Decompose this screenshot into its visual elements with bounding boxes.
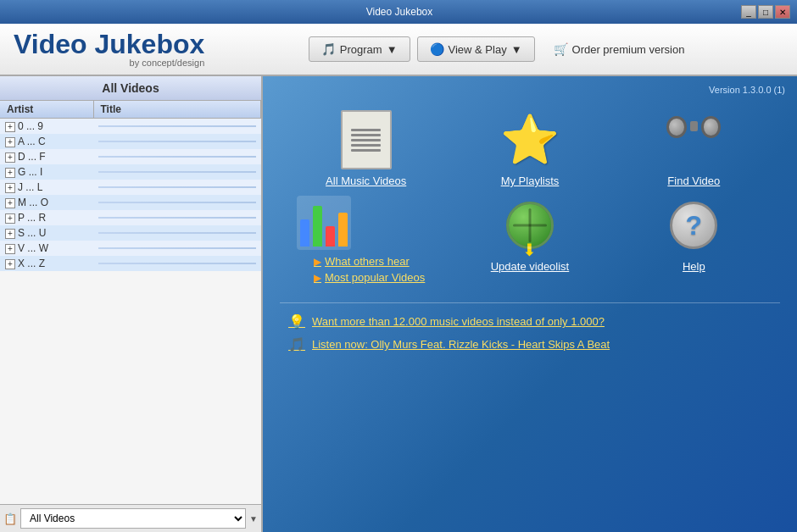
help-icon: ? bbox=[664, 196, 723, 255]
music-icon: 🎵 bbox=[288, 336, 305, 352]
arrow-right-icon-2: ▶ bbox=[314, 272, 321, 284]
chart-bar-4 bbox=[338, 213, 348, 247]
app-title-area: Video Jukebox by concept/design bbox=[14, 30, 204, 68]
listen-link-text: Listen now: Olly Murs Feat. Rizzle Kicks… bbox=[312, 338, 610, 351]
right-panel: Version 1.3.0.0 (1) All Music Vid bbox=[263, 76, 797, 532]
table-row[interactable]: +A ... C bbox=[0, 134, 261, 149]
table-row[interactable]: +X ... Z bbox=[0, 256, 261, 271]
title-cell bbox=[93, 180, 261, 195]
header: Video Jukebox by concept/design 🎵 Progra… bbox=[0, 24, 797, 76]
view-play-dropdown-arrow: ▼ bbox=[511, 43, 522, 56]
title-cell bbox=[93, 241, 261, 256]
version-text: Version 1.3.0.0 (1) bbox=[709, 85, 785, 95]
what-others-hear-link[interactable]: ▶ What others hear bbox=[314, 255, 425, 268]
order-premium-button[interactable]: 🛒 Order premium version bbox=[542, 37, 697, 61]
divider bbox=[280, 302, 780, 303]
expand-icon[interactable]: + bbox=[5, 122, 15, 132]
artist-cell: +X ... Z bbox=[0, 256, 93, 271]
close-button[interactable]: ✕ bbox=[775, 5, 790, 19]
program-button[interactable]: 🎵 Program ▼ bbox=[309, 36, 410, 62]
table-row[interactable]: +G ... I bbox=[0, 164, 261, 180]
what-others-links: ▶ What others hear ▶ Most popular Videos bbox=[297, 255, 442, 284]
artist-cell: +S ... U bbox=[0, 225, 93, 241]
view-play-label: View & Play bbox=[449, 43, 507, 56]
globe-line-v bbox=[528, 208, 531, 242]
artist-cell: +P ... R bbox=[0, 210, 93, 225]
update-videolist-item[interactable]: ⬇ Update videolist bbox=[452, 196, 607, 284]
help-item[interactable]: ? Help bbox=[616, 196, 772, 284]
premium-link[interactable]: 💡 Want more than 12.000 music videos ins… bbox=[288, 313, 772, 330]
what-others-hear-text: What others hear bbox=[325, 255, 410, 268]
artist-cell: +M ... O bbox=[0, 195, 93, 210]
all-music-videos-item[interactable]: All Music Videos bbox=[288, 110, 443, 187]
music-note-icon: 🎵 bbox=[321, 42, 336, 56]
expand-icon[interactable]: + bbox=[5, 152, 15, 163]
doc-line-3 bbox=[351, 139, 381, 141]
bulb-icon: 💡 bbox=[288, 313, 305, 330]
find-video-item[interactable]: Find Video bbox=[616, 110, 772, 187]
title-cell bbox=[93, 225, 261, 241]
expand-icon[interactable]: + bbox=[5, 244, 15, 254]
chart-bar-3 bbox=[326, 226, 335, 247]
my-playlists-label: My Playlists bbox=[501, 175, 560, 187]
update-videolist-label: Update videolist bbox=[491, 260, 570, 273]
left-panel-header: All Videos bbox=[0, 76, 261, 101]
main-window: Video Jukebox by concept/design 🎵 Progra… bbox=[0, 24, 797, 532]
chart-bar-1 bbox=[300, 219, 309, 247]
premium-link-text: Want more than 12.000 music videos inste… bbox=[312, 315, 605, 328]
arrow-right-icon-1: ▶ bbox=[314, 256, 321, 268]
most-popular-text: Most popular Videos bbox=[325, 271, 425, 284]
minimize-button[interactable]: _ bbox=[741, 5, 756, 19]
table-row[interactable]: +0 ... 9 bbox=[0, 119, 261, 135]
title-cell bbox=[93, 164, 261, 180]
artist-table-body: +0 ... 9+A ... C+D ... F+G ... I+J ... L… bbox=[0, 119, 261, 272]
maximize-button[interactable]: □ bbox=[758, 5, 773, 19]
table-header-row: Artist Title bbox=[0, 101, 261, 119]
app-title: Video Jukebox bbox=[14, 30, 204, 58]
left-panel: All Videos Artist Title +0 ... 9+A ... C… bbox=[0, 76, 263, 532]
title-cell bbox=[93, 210, 261, 225]
titlebar: Video Jukebox _ □ ✕ bbox=[0, 0, 797, 24]
artist-cell: +A ... C bbox=[0, 134, 93, 149]
title-cell bbox=[93, 195, 261, 210]
expand-icon[interactable]: + bbox=[5, 168, 15, 178]
expand-icon[interactable]: + bbox=[5, 213, 15, 224]
find-video-label: Find Video bbox=[667, 175, 720, 187]
icons-grid: All Music Videos ⭐ My Playlists bbox=[271, 102, 789, 292]
left-panel-bottom: 📋 All Videos ▼ bbox=[0, 504, 261, 532]
document-icon bbox=[337, 110, 396, 169]
my-playlists-item[interactable]: ⭐ My Playlists bbox=[452, 110, 607, 187]
expand-icon[interactable]: + bbox=[5, 259, 15, 269]
globe-download-icon: ⬇ bbox=[500, 196, 560, 255]
expand-icon[interactable]: + bbox=[5, 137, 15, 147]
what-others-item[interactable]: ▶ What others hear ▶ Most popular Videos bbox=[288, 196, 443, 284]
table-row[interactable]: +P ... R bbox=[0, 210, 261, 225]
table-row[interactable]: +J ... L bbox=[0, 180, 261, 195]
chart-bars bbox=[297, 196, 351, 250]
bottom-links: 💡 Want more than 12.000 music videos ins… bbox=[271, 313, 789, 352]
title-cell bbox=[93, 149, 261, 164]
artist-table: Artist Title +0 ... 9+A ... C+D ... F+G … bbox=[0, 101, 261, 271]
expand-icon[interactable]: + bbox=[5, 229, 15, 239]
most-popular-link[interactable]: ▶ Most popular Videos bbox=[314, 271, 425, 284]
chart-icon bbox=[297, 196, 351, 250]
table-row[interactable]: +S ... U bbox=[0, 225, 261, 241]
help-circle-wrap: ? bbox=[666, 198, 721, 252]
listen-link[interactable]: 🎵 Listen now: Olly Murs Feat. Rizzle Kic… bbox=[288, 336, 772, 352]
view-play-button[interactable]: 🔵 View & Play ▼ bbox=[417, 36, 535, 62]
help-circle: ? bbox=[670, 202, 717, 249]
table-row[interactable]: +D ... F bbox=[0, 149, 261, 164]
playlist-dropdown[interactable]: All Videos bbox=[20, 508, 246, 529]
title-cell bbox=[93, 256, 261, 271]
table-row[interactable]: +M ... O bbox=[0, 195, 261, 210]
table-row[interactable]: +V ... W bbox=[0, 241, 261, 256]
artist-cell: +G ... I bbox=[0, 164, 93, 180]
bino-lens-right bbox=[701, 116, 722, 138]
expand-icon[interactable]: + bbox=[5, 183, 15, 193]
doc-line-4 bbox=[351, 144, 381, 147]
globe-sphere: ⬇ bbox=[506, 202, 554, 249]
cart-icon: 🛒 bbox=[554, 42, 568, 56]
expand-icon[interactable]: + bbox=[5, 198, 15, 208]
chart-bar-2 bbox=[313, 206, 322, 247]
bino-lens-left bbox=[666, 116, 687, 138]
